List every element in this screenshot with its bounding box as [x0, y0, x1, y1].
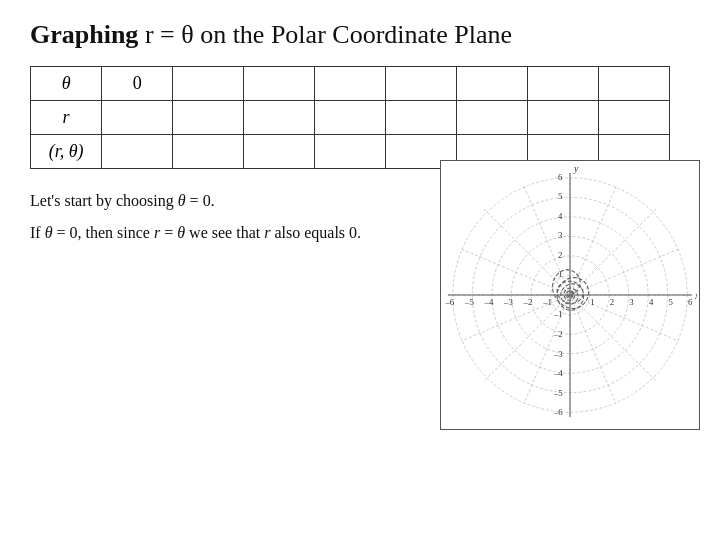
r-val-2: [244, 101, 315, 135]
theta-val-2: [244, 67, 315, 101]
svg-text:–2: –2: [553, 329, 563, 339]
svg-text:6: 6: [558, 172, 563, 182]
svg-text:–6: –6: [444, 297, 454, 307]
svg-text:5: 5: [668, 297, 673, 307]
theta-val-0: 0: [102, 67, 173, 101]
r-val-6: [528, 101, 599, 135]
svg-text:5: 5: [558, 191, 563, 201]
svg-text:2: 2: [558, 250, 562, 260]
body-text-2: If θ = 0, then since r = θ we see that r…: [30, 221, 390, 245]
svg-text:1: 1: [590, 297, 594, 307]
svg-text:–6: –6: [553, 407, 563, 417]
theta-val-5: [457, 67, 528, 101]
r-val-3: [315, 101, 386, 135]
svg-text:–5: –5: [464, 297, 474, 307]
page-title: Graphing r = θ on the Polar Coordinate P…: [30, 20, 690, 50]
svg-text:x: x: [694, 290, 697, 301]
theta-val-4: [386, 67, 457, 101]
svg-text:–5: –5: [553, 388, 563, 398]
svg-text:–2: –2: [523, 297, 533, 307]
svg-text:6: 6: [688, 297, 693, 307]
theta-val-7: [598, 67, 669, 101]
polar-graph-svg: 1 2 3 4 5 6 –1 –2 –3 –4 –5 –6 1 2 3 4 5 …: [443, 163, 697, 427]
point-val-0: [102, 135, 173, 169]
svg-text:–4: –4: [484, 297, 494, 307]
svg-text:–1: –1: [553, 309, 563, 319]
svg-text:2: 2: [610, 297, 614, 307]
svg-text:3: 3: [558, 230, 563, 240]
theta-val-1: [173, 67, 244, 101]
svg-text:y: y: [573, 163, 579, 174]
r-label: r: [31, 101, 102, 135]
point-val-1: [173, 135, 244, 169]
theta-val-3: [315, 67, 386, 101]
body-text-1: Let's start by choosing θ = 0.: [30, 189, 390, 213]
svg-text:–1: –1: [542, 297, 552, 307]
theta-val-6: [528, 67, 599, 101]
values-table: θ 0 r: [30, 66, 670, 169]
table-row-r: r: [31, 101, 670, 135]
point-val-3: [315, 135, 386, 169]
svg-text:–4: –4: [553, 368, 563, 378]
svg-text:4: 4: [558, 211, 563, 221]
r-val-5: [457, 101, 528, 135]
title-formula: r = θ on the Polar Coordinate Plane: [138, 20, 512, 49]
data-table-container: θ 0 r: [30, 66, 670, 169]
point-val-2: [244, 135, 315, 169]
r-val-7: [598, 101, 669, 135]
title-graphing: Graphing: [30, 20, 138, 49]
r-val-4: [386, 101, 457, 135]
r-val-0: [102, 101, 173, 135]
point-label: (r, θ): [31, 135, 102, 169]
table-row-theta: θ 0: [31, 67, 670, 101]
svg-text:4: 4: [649, 297, 654, 307]
polar-graph: 1 2 3 4 5 6 –1 –2 –3 –4 –5 –6 1 2 3 4 5 …: [440, 160, 700, 430]
svg-text:3: 3: [629, 297, 634, 307]
page: Graphing r = θ on the Polar Coordinate P…: [0, 0, 720, 540]
svg-text:–3: –3: [503, 297, 513, 307]
theta-label: θ: [31, 67, 102, 101]
svg-text:–3: –3: [553, 349, 563, 359]
r-val-1: [173, 101, 244, 135]
